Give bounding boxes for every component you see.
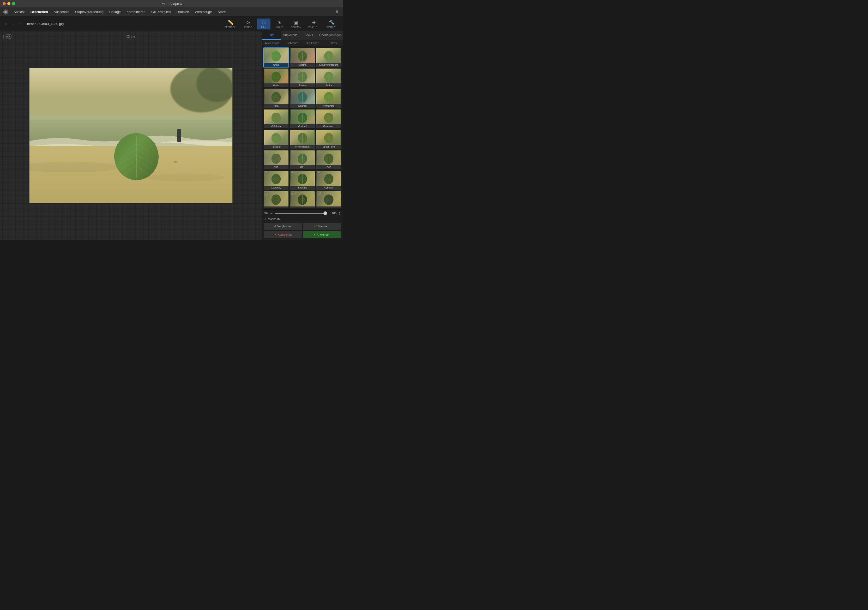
menu-drucken[interactable]: Drucken [174, 9, 191, 15]
mask-button[interactable]: + Maske (M)... [264, 217, 341, 221]
apply-button[interactable]: ✓ Anwenden [303, 231, 341, 238]
filter-thumb-primavera [316, 89, 341, 104]
filter-name-cafeteria: Cafeteria [264, 124, 288, 128]
filter-item-patissier[interactable]: Patissier [263, 129, 289, 149]
filter-name-cornwall: Cornwall [316, 186, 341, 190]
menu-werkzeuge[interactable]: Werkzeuge [192, 9, 215, 15]
strength-row: Stärke 100 ▲ ▼ [264, 211, 341, 215]
menu-kombinieren[interactable]: Kombinieren [124, 9, 148, 15]
filter-item-cinema[interactable]: Cinema [290, 48, 315, 68]
filter-thumb-gourmand [316, 110, 341, 125]
insert-icon: ⊕ [312, 20, 316, 25]
close-button[interactable] [3, 2, 6, 5]
tab-extras[interactable]: Extras [322, 40, 343, 46]
compare-icon: ⇌ [274, 225, 276, 228]
tab-ueberlagerungen[interactable]: Überlagerungen [318, 31, 343, 40]
window-controls [3, 2, 15, 5]
tab-film[interactable]: Film [262, 31, 281, 40]
tool-film[interactable]: ⬡ FILM [257, 19, 270, 29]
tool-werkz[interactable]: 🔧 WERKZ... [324, 19, 339, 29]
filter-item-more3[interactable]: PRO [316, 191, 342, 208]
filter-item-primavera[interactable]: Primavera [316, 88, 342, 108]
filter-item-ohne[interactable]: Ohne [263, 48, 289, 68]
filter-thumb-cafeteria [264, 110, 288, 125]
app-title: PhotoScape X [160, 2, 182, 6]
filter-item-kreuz[interactable]: Kreuzverarbeitung [316, 48, 342, 68]
main-area: PRO Ohne [0, 31, 343, 240]
filter-thumb-patissier [264, 130, 288, 145]
settings-button[interactable] [333, 8, 341, 15]
tool-licht[interactable]: ☀ LICHT [273, 19, 286, 29]
filter-name-kinsfolk: Kinsfolk [290, 104, 315, 108]
mask-plus-icon: + [264, 217, 266, 221]
filter-item-velvia[interactable]: Velvia [263, 68, 289, 88]
menu-ausschnitt[interactable]: Ausschnitt [51, 9, 72, 15]
filter-item-o02[interactable]: O02 [316, 150, 342, 170]
toolbar: ✕ ‹ › beach-394503_1280.jpg ✏️ BEARBEI..… [0, 17, 343, 31]
filter-name-o00: O00 [264, 165, 288, 169]
strength-slider[interactable] [274, 213, 327, 214]
filter-item-gourmand[interactable]: Gourmand [316, 109, 342, 129]
tab-alten[interactable]: Alten Fotos [262, 40, 282, 46]
filter-name-more2 [290, 206, 315, 208]
filter-item-more2[interactable]: PRO [290, 191, 315, 208]
filter-thumb-cornwall: PRO [316, 171, 341, 186]
filter-item-portra[interactable]: Portra [316, 68, 342, 88]
filter-item-bagshot[interactable]: PRO Bagshot [290, 170, 315, 190]
panel-collapse-button[interactable]: › [177, 129, 181, 142]
tab-looks[interactable]: Looks [299, 31, 318, 40]
filter-name-picnic: Picnic Basket [290, 145, 315, 149]
filter-thumb-agfa [264, 89, 288, 104]
menu-store[interactable]: Store [215, 9, 228, 15]
filter-item-cafeteria[interactable]: Cafeteria [263, 109, 289, 129]
filter-item-street[interactable]: Street Food [316, 129, 342, 149]
mask-label: Maske (M)... [268, 217, 284, 221]
filter-item-o01[interactable]: O01 [290, 150, 315, 170]
filter-name-provia: Provia [290, 84, 315, 87]
prev-file-button[interactable]: ‹ [11, 21, 17, 27]
strength-stepper[interactable]: ▲ ▼ [338, 211, 341, 215]
maximize-button[interactable] [12, 2, 15, 5]
filter-thumb-portra [316, 68, 341, 84]
filter-item-more1[interactable]: PRO [263, 191, 289, 208]
standard-button[interactable]: ↺ Standard [303, 223, 341, 230]
minimize-button[interactable] [7, 2, 11, 5]
compare-button[interactable]: ⇌ Vergleichen [264, 223, 302, 230]
menu-collage[interactable]: Collage [107, 9, 123, 15]
tool-einfugen[interactable]: ⊕ EINFÜG... [306, 19, 322, 29]
filter-thumb-ohne [264, 48, 288, 63]
file-nav: ✕ ‹ › beach-394503_1280.jpg [3, 21, 64, 27]
filter-thumb-aconbury: PRO [264, 171, 288, 186]
menu-gif[interactable]: GIF erstellen [149, 9, 173, 15]
tab-duplexbild[interactable]: Duplexbild [281, 31, 300, 40]
tab-strukturen[interactable]: Strukturen [302, 40, 322, 46]
filter-item-cornwall[interactable]: PRO Cornwall [316, 170, 342, 190]
bottom-panel: Stärke 100 ▲ ▼ + Maske (M)... ⇌ [262, 209, 343, 240]
action-rows: ⇌ Vergleichen ↺ Standard ✕ Abbrechen ✓ [264, 223, 341, 238]
close-file-button[interactable]: ✕ [3, 21, 9, 27]
filter-item-kinsfolk[interactable]: Kinsfolk [290, 88, 315, 108]
tool-rahmen[interactable]: ▣ RAHMEN [288, 19, 304, 29]
beach-svg [29, 68, 232, 203]
filter-name-cocktail: Cocktail [290, 124, 315, 128]
tab-schmutz[interactable]: Schmutz [282, 40, 302, 46]
menu-bearbeiten[interactable]: Bearbeiten [28, 9, 51, 15]
tool-bearbeiten[interactable]: ✏️ BEARBEI... [222, 19, 239, 29]
filter-item-o00[interactable]: O00 [263, 150, 289, 170]
filter-item-aconbury[interactable]: PRO Aconbury [263, 170, 289, 190]
filter-item-cocktail[interactable]: Cocktail [290, 109, 315, 129]
cancel-apply-row: ✕ Abbrechen ✓ Anwenden [264, 231, 341, 238]
menu-stapel[interactable]: Stapelverarbeitung [73, 9, 106, 15]
filter-item-provia[interactable]: Provia [290, 68, 315, 88]
tab-row-1: Film Duplexbild Looks Überlagerungen [262, 31, 343, 40]
menu-ansicht[interactable]: Ansicht [11, 9, 27, 15]
filter-item-picnic[interactable]: Picnic Basket [290, 129, 315, 149]
filter-thumb-more3: PRO [316, 191, 341, 206]
filter-name-bagshot: Bagshot [290, 186, 315, 190]
cancel-button[interactable]: ✕ Abbrechen [264, 231, 302, 238]
stepper-down[interactable]: ▼ [338, 213, 341, 215]
tool-farbe[interactable]: ⊙ FARBE [241, 19, 255, 29]
filter-item-agfa[interactable]: Agfa [263, 88, 289, 108]
filter-thumb-bagshot: PRO [290, 171, 315, 186]
next-file-button[interactable]: › [18, 21, 24, 27]
